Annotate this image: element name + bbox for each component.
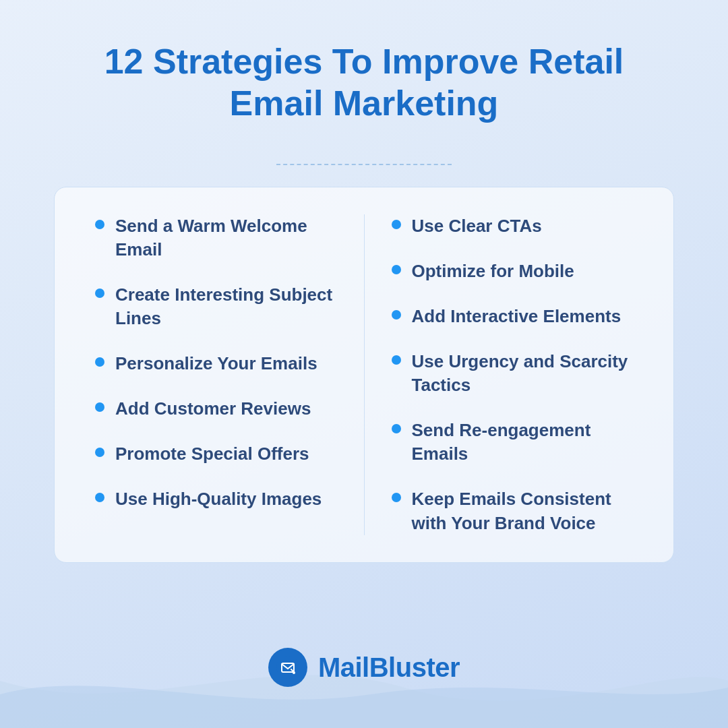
list-item: Use High-Quality Images	[95, 487, 337, 511]
list-item: Send Re-engagement Emails	[392, 419, 634, 466]
bullet-icon	[392, 424, 401, 433]
item-text: Create Interesting Subject Lines	[115, 283, 337, 330]
footer: MailBluster	[0, 620, 728, 728]
title-section: 12 Strategies To Improve Retail Email Ma…	[104, 40, 624, 125]
bullet-icon	[95, 357, 104, 367]
bullet-icon	[392, 265, 401, 274]
item-text: Promote Special Offers	[115, 442, 309, 466]
main-title: 12 Strategies To Improve Retail Email Ma…	[104, 40, 624, 125]
item-text: Optimize for Mobile	[412, 260, 574, 283]
brand-name: MailBluster	[318, 653, 460, 683]
left-column: Send a Warm Welcome Email Create Interes…	[68, 214, 365, 535]
list-item: Optimize for Mobile	[392, 260, 634, 283]
item-text: Personalize Your Emails	[115, 352, 317, 375]
item-text: Send a Warm Welcome Email	[115, 214, 337, 262]
bullet-icon	[392, 310, 401, 320]
list-item: Promote Special Offers	[95, 442, 337, 466]
content-card: Send a Warm Welcome Email Create Interes…	[54, 187, 674, 563]
item-text: Add Interactive Elements	[412, 305, 621, 328]
item-text: Use High-Quality Images	[115, 487, 322, 511]
bullet-icon	[95, 448, 104, 457]
bullet-icon	[392, 493, 401, 502]
item-text: Use Clear CTAs	[412, 214, 542, 238]
divider	[276, 164, 452, 165]
brand-container: MailBluster	[268, 648, 460, 687]
bullet-icon	[95, 402, 104, 412]
brand-logo	[268, 648, 307, 687]
list-item: Add Customer Reviews	[95, 397, 337, 421]
item-text: Send Re-engagement Emails	[412, 419, 634, 466]
list-item: Add Interactive Elements	[392, 305, 634, 328]
svg-point-0	[276, 656, 299, 679]
list-item: Personalize Your Emails	[95, 352, 337, 375]
list-item: Send a Warm Welcome Email	[95, 214, 337, 262]
list-item: Keep Emails Consistent with Your Brand V…	[392, 487, 634, 535]
list-item: Use Clear CTAs	[392, 214, 634, 238]
page-wrapper: 12 Strategies To Improve Retail Email Ma…	[0, 0, 728, 728]
bullet-icon	[95, 220, 104, 229]
item-text: Use Urgency and Scarcity Tactics	[412, 350, 634, 397]
svg-point-2	[293, 671, 295, 674]
bullet-icon	[392, 355, 401, 365]
item-text: Add Customer Reviews	[115, 397, 311, 421]
bullet-icon	[95, 493, 104, 502]
right-column: Use Clear CTAs Optimize for Mobile Add I…	[365, 214, 661, 535]
list-item: Create Interesting Subject Lines	[95, 283, 337, 330]
bullet-icon	[95, 289, 104, 298]
bullet-icon	[392, 220, 401, 229]
item-text: Keep Emails Consistent with Your Brand V…	[412, 487, 634, 535]
list-item: Use Urgency and Scarcity Tactics	[392, 350, 634, 397]
